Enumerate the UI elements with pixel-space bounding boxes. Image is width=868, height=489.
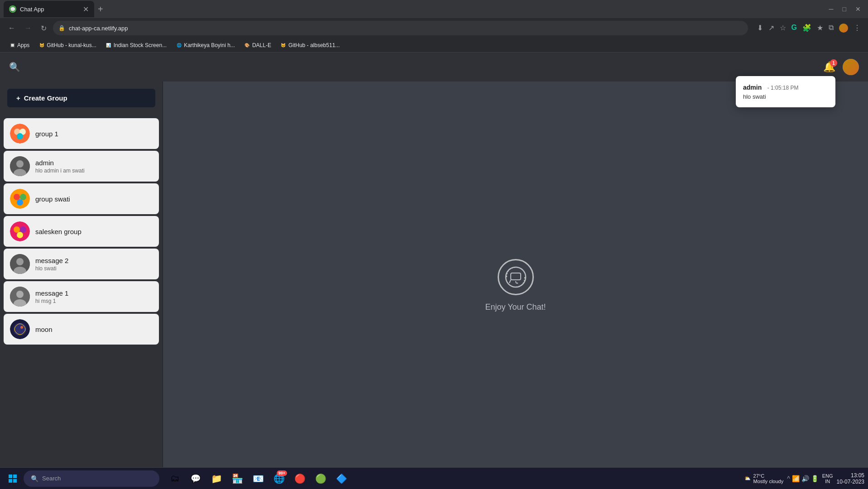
chat-preview-message1: hi msg 1 (35, 298, 153, 304)
taskbar-search-box[interactable]: 🔍 Search (24, 470, 159, 487)
svg-point-10 (17, 199, 23, 206)
profile-icon[interactable] (837, 22, 850, 34)
chrome2-icon: 🟢 (315, 473, 326, 484)
search-icon[interactable]: 🔍 (9, 62, 20, 72)
grammarly-icon[interactable]: G (790, 22, 799, 34)
apps-favicon: 🔲 (9, 42, 15, 48)
tab-bar: 💬 Chat App ✕ + ─ □ ✕ (0, 0, 868, 18)
chat-item-message1[interactable]: message 1 hi msg 1 (4, 281, 159, 312)
chat-item-message2[interactable]: message 2 hlo swati (4, 249, 159, 279)
chat-item-admin[interactable]: admin hlo admin i am swati (4, 151, 159, 182)
weather-widget[interactable]: ⛅ 27°C Mostly cloudy (744, 473, 784, 484)
chat-circle-icon (504, 266, 527, 288)
bookmark-apps-label: Apps (17, 42, 29, 48)
extensions-manage-icon[interactable]: ★ (815, 22, 825, 34)
dalle-favicon: 🎨 (244, 42, 250, 48)
svg-point-13 (20, 226, 26, 233)
chat-name-group-swati: group swati (35, 195, 153, 203)
share-icon[interactable]: ↗ (767, 22, 776, 34)
svg-point-5 (16, 160, 24, 168)
bookmark-karthikeya-label: Karthikeya Boyini h... (184, 42, 235, 48)
chat-item-salesken[interactable]: salesken group (4, 216, 159, 247)
user-avatar-button[interactable] (843, 59, 859, 75)
moon-avatar-svg (10, 319, 30, 339)
svg-rect-25 (511, 273, 521, 280)
chat-item-group-swati[interactable]: group swati (4, 183, 159, 214)
system-tray: ^ 📶 🔊 🔋 (787, 475, 819, 482)
clock-widget[interactable]: 13:05 10-07-2023 (837, 472, 864, 485)
group-swati-avatar-svg (10, 189, 30, 209)
svg-point-3 (17, 133, 23, 139)
menu-icon[interactable]: ⋮ (852, 22, 863, 34)
network-icon[interactable]: 📶 (792, 475, 800, 482)
browser-chrome: 💬 Chat App ✕ + ─ □ ✕ ← → ↻ 🔒 chat-app-ca… (0, 0, 868, 53)
taskbar-app-mail[interactable]: 📧 (248, 469, 268, 489)
sidebar-icon[interactable]: ⧉ (827, 22, 835, 34)
app-main: + Create Group group 1 (0, 82, 868, 489)
chat-name-moon: moon (35, 326, 153, 333)
notification-button[interactable]: 🔔 1 (823, 61, 835, 73)
taskbar-app-taskview[interactable]: 🗂 (165, 469, 185, 489)
chat-name-group1: group 1 (35, 130, 153, 138)
taskbar-search-text: Search (42, 475, 61, 482)
bookmark-karthikeya[interactable]: 🌐 Karthikeya Boyini h... (172, 41, 239, 49)
bookmark-github-kunal[interactable]: 🐱 GitHub - kunal-kus... (35, 41, 100, 49)
taskbar-app-vscode[interactable]: 🔷 (331, 469, 351, 489)
new-tab-button[interactable]: + (96, 2, 105, 16)
chat-info-admin: admin hlo admin i am swati (35, 159, 153, 174)
bookmark-stock[interactable]: 📊 Indian Stock Screen... (102, 41, 170, 49)
close-window-button[interactable]: ✕ (852, 4, 864, 14)
tray-expand-icon[interactable]: ^ (787, 475, 790, 482)
language-indicator[interactable]: ENG IN (822, 473, 833, 484)
chat-area: Enjoy Your Chat! (163, 82, 868, 489)
svg-point-9 (20, 194, 26, 200)
taskbar-app-teams[interactable]: 💬 (186, 469, 206, 489)
taskbar-app-store[interactable]: 🏪 (227, 469, 247, 489)
maximize-button[interactable]: □ (839, 4, 850, 14)
taskbar-app-edge[interactable]: 🌐 99+ (269, 469, 289, 489)
chat-name-message1: message 1 (35, 289, 153, 297)
weather-info: 27°C Mostly cloudy (753, 473, 784, 484)
region-text: IN (822, 479, 833, 484)
nav-bar: ← → ↻ 🔒 chat-app-ca.netlify.app ⬇ ↗ ☆ G … (0, 18, 868, 38)
chat-item-group1[interactable]: group 1 (4, 118, 159, 149)
forward-button[interactable]: → (22, 22, 34, 34)
minimize-button[interactable]: ─ (825, 4, 837, 14)
back-button[interactable]: ← (5, 22, 18, 34)
weather-icon: ⛅ (744, 475, 751, 481)
bookmark-dalle[interactable]: 🎨 DALL-E (240, 41, 275, 49)
battery-icon[interactable]: 🔋 (811, 475, 819, 482)
create-group-button[interactable]: + Create Group (7, 89, 155, 107)
file-explorer-icon: 📁 (211, 473, 222, 484)
svg-rect-27 (9, 475, 12, 478)
reload-button[interactable]: ↻ (38, 22, 49, 34)
bookmark-github-kunal-label: GitHub - kunal-kus... (47, 42, 96, 48)
bookmarks-bar: 🔲 Apps 🐱 GitHub - kunal-kus... 📊 Indian … (0, 38, 868, 53)
github-kunal-favicon: 🐱 (38, 42, 45, 48)
admin-avatar-svg (10, 156, 30, 176)
taskbar-app-chrome[interactable]: 🔴 (290, 469, 310, 489)
address-bar[interactable]: 🔒 chat-app-ca.netlify.app (53, 21, 748, 35)
create-group-label: Create Group (24, 94, 67, 102)
chat-item-moon[interactable]: moon (4, 314, 159, 345)
github-albseb-favicon: 🐱 (280, 42, 287, 48)
weather-desc: Mostly cloudy (753, 479, 784, 484)
start-button[interactable] (4, 470, 22, 488)
tab-close-button[interactable]: ✕ (83, 5, 89, 14)
svg-point-23 (20, 326, 23, 329)
mail-icon: 📧 (253, 473, 264, 484)
taskbar-app-chrome2[interactable]: 🟢 (311, 469, 331, 489)
download-icon[interactable]: ⬇ (755, 22, 765, 34)
volume-icon[interactable]: 🔊 (801, 475, 809, 482)
salesken-avatar-svg (10, 221, 30, 241)
tab-favicon: 💬 (9, 5, 16, 13)
chat-info-message1: message 1 hi msg 1 (35, 289, 153, 304)
bookmark-apps[interactable]: 🔲 Apps (5, 41, 33, 49)
bookmark-icon[interactable]: ☆ (778, 22, 788, 34)
taskbar-app-explorer[interactable]: 📁 (206, 469, 226, 489)
browser-tab-active[interactable]: 💬 Chat App ✕ (4, 1, 94, 17)
chat-info-salesken: salesken group (35, 228, 153, 235)
extension-icon[interactable]: 🧩 (801, 22, 813, 34)
message1-avatar-svg (10, 287, 30, 307)
bookmark-github-albseb[interactable]: 🐱 GitHub - albseb511... (277, 41, 343, 49)
